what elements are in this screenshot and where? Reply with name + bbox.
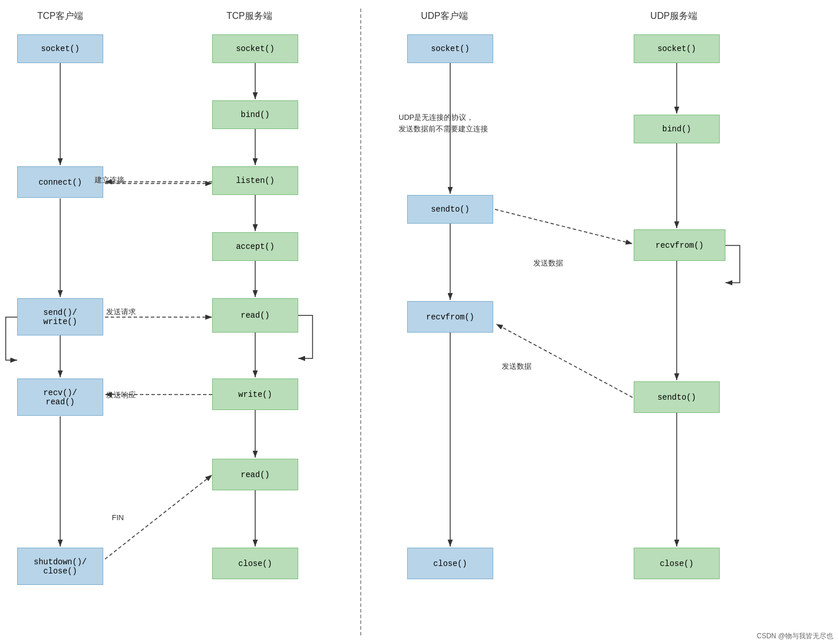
tcp-client-send: send()/write()	[17, 298, 103, 335]
udp-server-recvfrom: recvfrom()	[634, 229, 725, 261]
udp-server-title: UDP服务端	[631, 10, 717, 22]
udp-server-bind: bind()	[634, 115, 720, 143]
send-resp-label: 发送响应	[106, 390, 136, 400]
tcp-server-read2: read()	[212, 459, 298, 490]
diagram-container: TCP客户端 TCP服务端 UDP客户端 UDP服务端 socket() con…	[0, 0, 839, 644]
footnote: CSDN @物与我皆无尽也	[756, 631, 833, 641]
udp-client-recvfrom: recvfrom()	[407, 301, 493, 333]
tcp-client-connect: connect()	[17, 166, 103, 198]
tcp-client-recv: recv()/read()	[17, 378, 103, 416]
tcp-client-socket: socket()	[17, 34, 103, 63]
send-data1-label: 发送数据	[533, 258, 563, 268]
tcp-server-close: close()	[212, 548, 298, 579]
udp-note-label: UDP是无连接的协议，发送数据前不需要建立连接	[399, 112, 488, 134]
tcp-server-accept: accept()	[212, 232, 298, 261]
udp-server-close: close()	[634, 548, 720, 579]
tcp-server-socket: socket()	[212, 34, 298, 63]
establish-label: 建立连接	[95, 175, 124, 185]
svg-line-27	[496, 324, 633, 397]
send-data2-label: 发送数据	[502, 361, 532, 372]
fin-label: FIN	[112, 513, 124, 522]
udp-client-socket: socket()	[407, 34, 493, 63]
tcp-client-title: TCP客户端	[17, 10, 103, 22]
udp-server-sendto: sendto()	[634, 381, 720, 413]
udp-client-close: close()	[407, 548, 493, 579]
tcp-server-listen: listen()	[212, 166, 298, 195]
udp-server-socket: socket()	[634, 34, 720, 63]
tcp-server-read1: read()	[212, 298, 298, 333]
send-req-label: 发送请求	[106, 307, 136, 317]
tcp-server-title: TCP服务端	[206, 10, 292, 22]
tcp-udp-divider	[360, 9, 361, 635]
tcp-server-write: write()	[212, 378, 298, 410]
udp-client-sendto: sendto()	[407, 195, 493, 224]
svg-line-26	[495, 209, 633, 244]
tcp-client-shutdown: shutdown()/close()	[17, 548, 103, 585]
udp-client-title: UDP客户端	[401, 10, 487, 22]
tcp-server-bind: bind()	[212, 100, 298, 129]
